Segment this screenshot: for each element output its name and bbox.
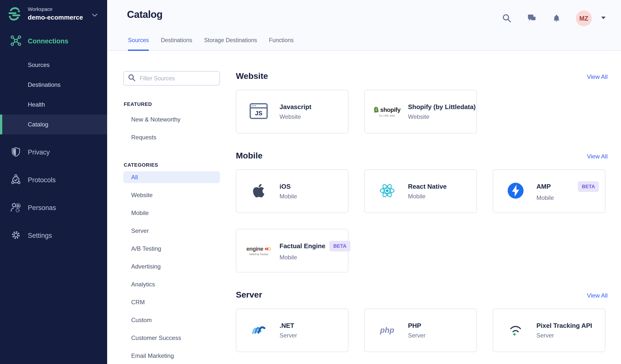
sidebar-item-catalog[interactable]: Catalog (0, 115, 107, 134)
card-category: Server (408, 332, 470, 339)
amp-icon (507, 182, 524, 200)
sidebar-item-label: Connections (28, 37, 68, 45)
tab-destinations[interactable]: Destinations (161, 37, 192, 51)
sidebar-item-label: Personas (28, 204, 56, 212)
section-website: Website View All JS Javascript Website s… (236, 71, 608, 133)
category-item-label: A/B Testing (131, 245, 161, 252)
category-item-label: Analytics (131, 281, 155, 288)
sidebar-item-destinations[interactable]: Destinations (0, 75, 107, 95)
category-item-label: Mobile (131, 210, 149, 216)
category-item-label: All (131, 174, 138, 181)
category-item-all[interactable]: All (123, 171, 220, 183)
source-card-react-native[interactable]: React Native Mobile (364, 169, 477, 213)
card-title: Pixel Tracking API (536, 322, 592, 330)
section-title: Website (236, 71, 268, 81)
tab-storage-destinations[interactable]: Storage Destinations (204, 37, 257, 51)
catalog-sections: Website View All JS Javascript Website s… (236, 71, 608, 364)
categories-heading: CATEGORIES (124, 162, 220, 168)
tab-label: Storage Destinations (204, 37, 257, 43)
category-item-label: Customer Success (131, 334, 181, 341)
card-title: .NET (279, 322, 294, 330)
chevron-down-icon (92, 13, 98, 18)
section-mobile: Mobile View All iOS Mobile Reac (236, 151, 608, 273)
filter-sources-input[interactable] (140, 75, 216, 82)
chat-icon[interactable] (526, 13, 537, 24)
source-card-pixel-tracking-api[interactable]: Pixel Tracking API Server (493, 308, 605, 352)
sidebar: Workspace demo-ecommerce ConnectionsSour… (0, 0, 107, 364)
category-item-customer-success[interactable]: Customer Success (123, 329, 220, 347)
sidebar-item-settings[interactable]: Settings (0, 226, 107, 245)
avatar-caret-down-icon[interactable] (601, 16, 606, 21)
source-card-factual-engine[interactable]: enginefueled by Factual Factual Engine B… (236, 229, 348, 273)
bell-icon[interactable] (551, 13, 562, 24)
view-all-link[interactable]: View All (587, 292, 608, 299)
tab-sources[interactable]: Sources (128, 37, 149, 51)
featured-item-new-noteworthy[interactable]: New & Noteworthy (123, 111, 220, 128)
card-category: Mobile (279, 193, 342, 200)
card-category: Website (279, 113, 342, 120)
card-title: Shopify (by Littledata) (408, 103, 476, 111)
sidebar-item-sources[interactable]: Sources (0, 55, 107, 75)
react-icon (379, 183, 395, 200)
category-item-label: Custom (131, 317, 152, 324)
sidebar-item-label: Settings (28, 232, 52, 240)
filter-sources-searchbox[interactable] (123, 71, 220, 86)
source-card-amp[interactable]: AMP BETA Mobile (493, 169, 605, 213)
search-icon[interactable] (501, 13, 512, 24)
category-item-label: Server (131, 227, 149, 234)
view-all-link[interactable]: View All (587, 153, 608, 160)
tab-label: Functions (269, 37, 294, 43)
section-title: Server (236, 290, 262, 300)
sidebar-item-health[interactable]: Health (0, 95, 107, 115)
sidebar-item-personas[interactable]: Personas (0, 198, 107, 218)
category-item-crm[interactable]: CRM (123, 293, 220, 311)
sidebar-item-label: Health (28, 101, 45, 108)
source-card--net[interactable]: .NET Server (236, 308, 348, 352)
source-card-ios[interactable]: iOS Mobile (236, 169, 348, 213)
category-item-email-marketing[interactable]: Email Marketing (123, 347, 220, 364)
category-item-server[interactable]: Server (123, 222, 220, 240)
workspace-switcher[interactable]: Workspace demo-ecommerce (0, 0, 107, 21)
tab-functions[interactable]: Functions (269, 37, 294, 51)
category-item-label: CRM (131, 299, 145, 306)
section-server: Server View All .NET Server php (236, 290, 608, 352)
sidebar-item-label: Destinations (28, 81, 61, 88)
beta-badge: BETA (329, 241, 350, 251)
sidebar-item-label: Catalog (28, 121, 48, 128)
source-card-javascript[interactable]: JS Javascript Website (236, 90, 348, 133)
app-root: Workspace demo-ecommerce ConnectionsSour… (0, 0, 621, 364)
featured-item-label: New & Noteworthy (131, 116, 181, 123)
workspace-name: demo-ecommerce (28, 14, 92, 21)
avatar[interactable]: MZ (576, 10, 592, 26)
card-category: Mobile (279, 254, 342, 261)
privacy-shield-icon (11, 147, 21, 158)
sidebar-item-connections[interactable]: Connections (0, 31, 107, 51)
featured-item-requests[interactable]: Requests (123, 128, 220, 146)
segment-logo-icon (7, 7, 21, 21)
card-category: Server (279, 332, 342, 339)
category-item-analytics[interactable]: Analytics (123, 275, 220, 293)
dotnet-icon (251, 322, 266, 338)
beta-badge: BETA (578, 181, 599, 192)
card-title: iOS (279, 183, 291, 190)
category-item-custom[interactable]: Custom (123, 311, 220, 329)
source-card-php[interactable]: php PHP Server (364, 308, 477, 352)
category-item-mobile[interactable]: Mobile (123, 204, 220, 222)
view-all-link[interactable]: View All (587, 73, 608, 80)
category-item-website[interactable]: Website (123, 186, 220, 204)
topbar-actions: MZ (501, 10, 606, 26)
card-title: Factual Engine (279, 242, 325, 250)
page-title: Catalog (127, 9, 162, 20)
source-card-shopify-by-littledata-[interactable]: shopifyby Little data Shopify (by Little… (364, 90, 477, 133)
category-item-a-b-testing[interactable]: A/B Testing (123, 240, 220, 258)
category-item-advertising[interactable]: Advertising (123, 258, 220, 275)
pixel-tracking-icon (509, 323, 523, 338)
javascript-icon: JS (249, 103, 268, 120)
php-icon: php (380, 326, 394, 335)
sidebar-nav: ConnectionsSourcesDestinationsHealthCata… (0, 31, 107, 245)
tab-label: Sources (128, 37, 149, 43)
sidebar-item-privacy[interactable]: Privacy (0, 142, 107, 162)
sidebar-item-protocols[interactable]: Protocols (0, 170, 107, 190)
card-title: Javascript (279, 103, 311, 111)
apple-icon (252, 183, 265, 199)
